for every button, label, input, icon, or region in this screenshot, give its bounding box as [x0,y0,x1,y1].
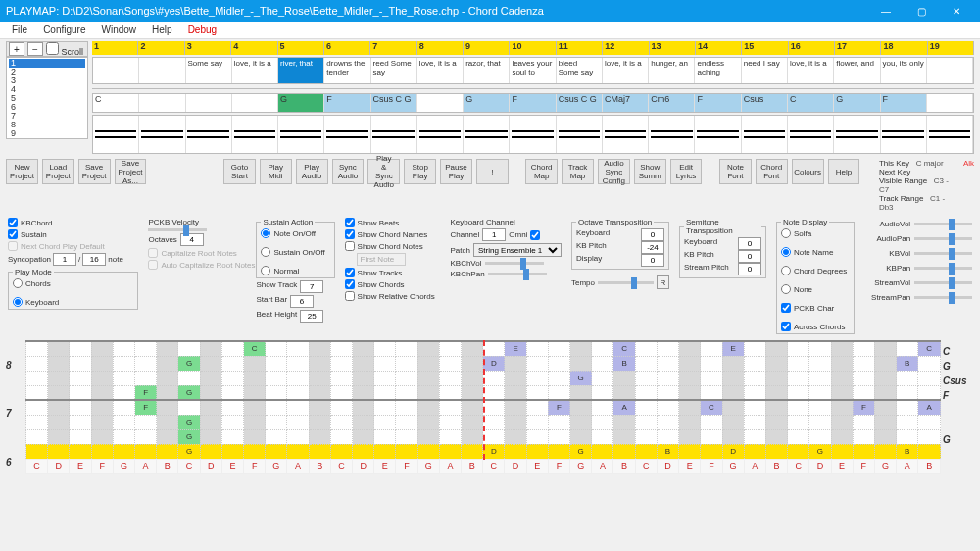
grid-cell[interactable] [657,341,678,356]
grid-cell[interactable] [548,371,569,385]
streamvol-slider[interactable] [914,281,972,284]
lyric-cell[interactable] [139,58,185,83]
grid-cell[interactable] [765,371,787,385]
grid-cell[interactable] [788,356,809,371]
grid-cell[interactable] [353,429,374,444]
auto-cap-checkbox[interactable]: Auto Capitalize Root Notes [148,260,246,270]
grid-cell[interactable] [374,444,396,459]
grid-cell[interactable]: B [897,444,918,459]
track-list[interactable]: 123456789101112 [6,57,88,139]
grid-cell[interactable] [831,444,853,459]
chord-cell[interactable]: Csus [742,94,788,112]
grid-cell[interactable] [70,444,91,459]
grid-cell[interactable] [679,341,701,356]
grid-cell[interactable] [505,385,526,400]
grid-cell[interactable] [309,371,330,385]
grid-cell[interactable] [439,356,461,371]
grid-cell[interactable]: G [178,444,200,459]
grid-cell[interactable] [309,415,330,429]
toolbar-button[interactable]: Play Audio [296,159,328,184]
lyric-cell[interactable]: love, it is a [232,58,278,83]
grid-cell[interactable] [526,429,548,444]
grid-cell[interactable] [526,385,548,400]
grid-cell[interactable] [353,385,374,400]
ruler-cell[interactable]: 19 [928,41,974,55]
grid-cell[interactable] [200,400,221,415]
grid-cell[interactable] [570,385,592,400]
grid-cell[interactable] [330,415,352,429]
grid-cell[interactable] [266,415,287,429]
grid-cell[interactable] [548,385,569,400]
ruler-cell[interactable]: 15 [742,41,788,55]
menu-file[interactable]: File [4,25,35,35]
omni-checkbox[interactable] [530,230,540,240]
lyric-cell[interactable]: Some say [186,58,232,83]
grid-cell[interactable]: G [570,444,592,459]
st-kb-input[interactable] [738,237,761,250]
grid-cell[interactable] [570,356,592,371]
track-list-item[interactable]: 4 [9,85,85,94]
grid-cell[interactable] [635,371,657,385]
grid-cell[interactable] [505,444,526,459]
grid-cell[interactable] [113,356,134,371]
grid-cell[interactable] [897,341,918,356]
grid-cell[interactable] [221,356,243,371]
grid-cell[interactable] [113,415,134,429]
grid-cell[interactable] [635,356,657,371]
grid-cell[interactable] [701,385,722,400]
ot-kbp-input[interactable] [641,241,664,254]
grid-cell[interactable] [70,371,91,385]
grid-cell[interactable] [744,356,765,371]
grid-cell[interactable] [135,444,157,459]
grid-cell[interactable] [635,385,657,400]
grid-cell[interactable] [417,415,439,429]
grid-cell[interactable]: G [178,385,200,400]
grid-cell[interactable] [744,400,765,415]
grid-cell[interactable] [526,444,548,459]
grid-cell[interactable] [809,415,831,429]
grid-cell[interactable] [701,371,722,385]
grid-cell[interactable] [809,341,831,356]
grid-cell[interactable] [613,385,635,400]
chord-cell[interactable]: C [93,94,139,112]
grid-cell[interactable] [505,429,526,444]
remove-track-button[interactable]: − [27,42,43,56]
grid-cell[interactable] [722,371,744,385]
grid-cell[interactable] [722,356,744,371]
lyric-cell[interactable]: endless aching [695,58,741,83]
grid-cell[interactable] [483,400,505,415]
grid-cell[interactable] [48,385,70,400]
grid-cell[interactable] [157,356,178,371]
grid-cell[interactable] [874,400,896,415]
grid-cell[interactable] [396,415,417,429]
grid-cell[interactable] [679,371,701,385]
grid-cell[interactable] [831,385,853,400]
grid-cell[interactable] [483,415,505,429]
toolbar-button[interactable]: Save Project As... [115,159,147,184]
grid-cell[interactable] [396,341,417,356]
ruler-cell[interactable]: 3 [185,41,231,55]
grid-cell[interactable] [309,356,330,371]
grid-cell[interactable] [897,429,918,444]
grid-cell[interactable]: G [178,429,200,444]
grid-cell[interactable] [657,429,678,444]
grid-cell[interactable] [831,371,853,385]
grid-cell[interactable] [526,341,548,356]
grid-cell[interactable] [918,371,941,385]
grid-cell[interactable] [897,385,918,400]
grid-cell[interactable] [330,400,352,415]
grid-cell[interactable] [91,356,113,371]
grid-cell[interactable] [178,371,200,385]
grid-cell[interactable] [853,385,874,400]
grid-cell[interactable] [244,429,266,444]
grid-cell[interactable] [462,429,483,444]
pckb-vel-slider[interactable] [148,228,207,231]
patch-select[interactable]: String Ensemble 1 [473,243,562,257]
chord-cell[interactable] [232,94,278,112]
grid-cell[interactable] [462,415,483,429]
grid-cell[interactable] [266,371,287,385]
grid-cell[interactable] [765,400,787,415]
show-chords-checkbox[interactable]: Show Chords [345,279,441,289]
chord-cell[interactable]: Csus C G [371,94,417,112]
grid-cell[interactable] [462,385,483,400]
